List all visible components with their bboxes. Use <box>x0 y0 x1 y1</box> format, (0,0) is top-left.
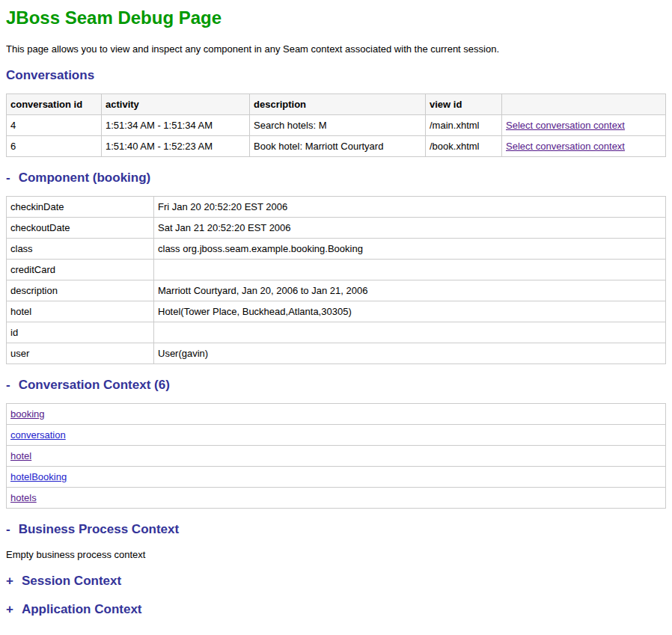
table-row: 6 1:51:40 AM - 1:52:23 AM Book hotel: Ma… <box>7 136 666 157</box>
table-row: checkoutDate Sat Jan 21 20:52:20 EST 200… <box>7 218 666 239</box>
page-description: This page allows you to view and inspect… <box>6 43 666 55</box>
table-row: hotel Hotel(Tower Place, Buckhead,Atlant… <box>7 301 666 322</box>
context-entry-cell: hotels <box>7 488 666 509</box>
table-row: description Marriott Courtyard, Jan 20, … <box>7 280 666 301</box>
component-heading: -Component (booking) <box>6 171 666 185</box>
session-context-heading: +Session Context <box>6 574 666 589</box>
conversation-context-heading-label: Conversation Context (6) <box>19 378 170 392</box>
conversations-header-row: conversation id activity description vie… <box>7 94 666 115</box>
table-row: creditCard <box>7 260 666 280</box>
table-row: user User(gavin) <box>7 343 666 364</box>
table-row: conversation <box>7 425 666 446</box>
session-context-heading-label: Session Context <box>22 574 121 588</box>
column-header-activity: activity <box>102 94 250 115</box>
context-entry-cell: conversation <box>7 425 666 446</box>
property-value-cell: Hotel(Tower Place, Buckhead,Atlanta,3030… <box>154 301 666 322</box>
property-name-cell: id <box>7 322 154 343</box>
column-header-view-id: view id <box>426 94 502 115</box>
property-name-cell: class <box>7 239 154 260</box>
property-name-cell: hotel <box>7 301 154 322</box>
empty-business-process-message: Empty business process context <box>6 549 666 560</box>
property-name-cell: description <box>7 280 154 301</box>
description-cell: Book hotel: Marriott Courtyard <box>250 136 426 157</box>
collapse-toggle[interactable]: - <box>6 378 10 393</box>
property-value-cell <box>154 322 666 343</box>
property-name-cell: user <box>7 343 154 364</box>
table-row: 4 1:51:34 AM - 1:51:34 AM Search hotels:… <box>7 115 666 136</box>
page-title: JBoss Seam Debug Page <box>6 7 666 28</box>
conversations-heading: Conversations <box>6 68 666 83</box>
table-row: hotel <box>7 446 666 467</box>
application-context-heading-label: Application Context <box>22 602 142 616</box>
property-value-cell: Fri Jan 20 20:52:20 EST 2006 <box>154 197 666 218</box>
business-process-context-heading-label: Business Process Context <box>19 522 179 536</box>
context-entry-cell: booking <box>7 404 666 425</box>
component-heading-label: Component (booking) <box>19 171 151 185</box>
property-name-cell: checkinDate <box>7 197 154 218</box>
property-value-cell: Marriott Courtyard, Jan 20, 2006 to Jan … <box>154 280 666 301</box>
property-value-cell: User(gavin) <box>154 343 666 364</box>
business-process-context-heading: -Business Process Context <box>6 522 666 537</box>
conversation-context-table: booking conversation hotel hotelBooking … <box>6 403 666 509</box>
context-entry-link-hotels[interactable]: hotels <box>10 492 37 503</box>
expand-toggle[interactable]: + <box>6 574 13 589</box>
expand-toggle[interactable]: + <box>6 602 13 617</box>
action-cell: Select conversation context <box>502 115 666 136</box>
description-cell: Search hotels: M <box>250 115 426 136</box>
column-header-conversation-id: conversation id <box>7 94 102 115</box>
conversation-id-cell: 4 <box>7 115 102 136</box>
table-row: id <box>7 322 666 343</box>
context-entry-link-booking[interactable]: booking <box>10 408 45 420</box>
conversations-table: conversation id activity description vie… <box>6 93 666 157</box>
application-context-heading: +Application Context <box>6 602 666 617</box>
activity-cell: 1:51:40 AM - 1:52:23 AM <box>102 136 250 157</box>
property-value-cell <box>154 260 666 280</box>
context-entry-link-hotel[interactable]: hotel <box>10 450 31 461</box>
select-conversation-context-link[interactable]: Select conversation context <box>506 120 625 131</box>
collapse-toggle[interactable]: - <box>6 522 10 537</box>
component-table: checkinDate Fri Jan 20 20:52:20 EST 2006… <box>6 196 666 364</box>
table-row: checkinDate Fri Jan 20 20:52:20 EST 2006 <box>7 197 666 218</box>
property-value-cell: class org.jboss.seam.example.booking.Boo… <box>154 239 666 260</box>
property-name-cell: checkoutDate <box>7 218 154 239</box>
table-row: hotelBooking <box>7 467 666 488</box>
collapse-toggle[interactable]: - <box>6 171 10 185</box>
context-entry-link-hotelBooking[interactable]: hotelBooking <box>10 471 67 482</box>
context-entry-cell: hotel <box>7 446 666 467</box>
select-conversation-context-link[interactable]: Select conversation context <box>506 141 625 152</box>
property-value-cell: Sat Jan 21 20:52:20 EST 2006 <box>154 218 666 239</box>
activity-cell: 1:51:34 AM - 1:51:34 AM <box>102 115 250 136</box>
table-row: hotels <box>7 488 666 509</box>
conversation-context-heading: -Conversation Context (6) <box>6 378 666 393</box>
view-id-cell: /book.xhtml <box>426 136 502 157</box>
property-name-cell: creditCard <box>7 260 154 280</box>
column-header-description: description <box>250 94 426 115</box>
table-row: booking <box>7 404 666 425</box>
context-entry-link-conversation[interactable]: conversation <box>10 429 66 441</box>
action-cell: Select conversation context <box>502 136 666 157</box>
table-row: class class org.jboss.seam.example.booki… <box>7 239 666 260</box>
column-header-actions <box>502 94 666 115</box>
context-entry-cell: hotelBooking <box>7 467 666 488</box>
view-id-cell: /main.xhtml <box>426 115 502 136</box>
conversation-id-cell: 6 <box>7 136 102 157</box>
